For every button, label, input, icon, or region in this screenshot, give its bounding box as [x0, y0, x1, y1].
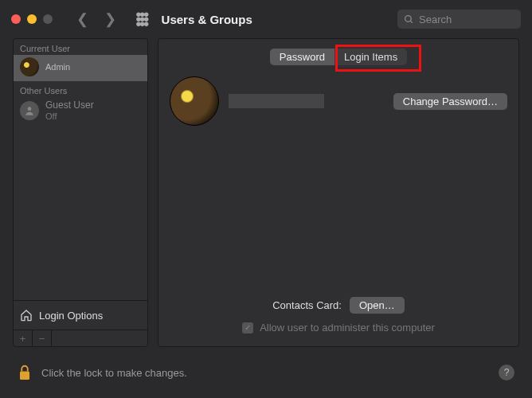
close-window-icon[interactable] — [11, 14, 21, 24]
guest-avatar-icon — [20, 101, 39, 120]
login-options-button[interactable]: Login Options — [14, 300, 147, 330]
tab-login-items[interactable]: Login Items — [334, 49, 407, 65]
forward-button: ❯ — [104, 10, 116, 28]
other-users-label: Other Users — [14, 81, 147, 97]
svg-line-1 — [410, 21, 413, 23]
sidebar-guest-user[interactable]: Guest User Off — [14, 97, 147, 127]
tab-password[interactable]: Password — [270, 49, 334, 65]
contacts-row: Contacts Card: Open… — [170, 297, 507, 314]
search-placeholder: Search — [419, 14, 452, 25]
login-options-label: Login Options — [39, 310, 103, 322]
lock-text: Click the lock to make changes. — [41, 367, 187, 379]
user-header-row: Change Password… — [170, 76, 507, 126]
nav-arrows: ❮ ❯ — [76, 10, 116, 28]
change-password-button[interactable]: Change Password… — [393, 93, 507, 110]
search-icon — [404, 14, 414, 25]
admin-checkbox: ✓ — [242, 322, 253, 334]
lock-icon[interactable] — [18, 364, 32, 381]
svg-rect-3 — [20, 372, 29, 380]
admin-checkbox-row: ✓ Allow user to administer this computer — [170, 322, 507, 334]
user-avatar-large-icon[interactable] — [170, 76, 219, 126]
tabs: Password Login Items — [170, 49, 507, 65]
footer: Click the lock to make changes. ? — [0, 357, 532, 388]
help-button[interactable]: ? — [499, 365, 514, 380]
admin-checkbox-label: Allow user to administer this computer — [260, 322, 435, 334]
svg-point-2 — [28, 107, 32, 111]
current-user-label: Current User — [14, 39, 147, 55]
titlebar: ❮ ❯ ●●●●●●●●● Users & Groups Search — [0, 0, 532, 38]
add-user-button: + — [14, 330, 33, 346]
show-all-icon[interactable]: ●●●●●●●●● — [135, 12, 147, 26]
svg-point-0 — [405, 15, 412, 21]
user-avatar-icon — [20, 57, 39, 76]
search-input[interactable]: Search — [397, 10, 521, 29]
add-remove-bar: + − — [14, 330, 147, 346]
window-title: Users & Groups — [162, 13, 252, 26]
back-button[interactable]: ❮ — [76, 10, 88, 28]
contacts-label: Contacts Card: — [272, 299, 342, 311]
remove-user-button: − — [33, 330, 52, 346]
user-fullname — [229, 94, 324, 108]
house-icon — [20, 309, 33, 322]
open-contacts-button[interactable]: Open… — [350, 297, 405, 314]
guest-status: Off — [45, 111, 57, 121]
user-role: Admin — [45, 62, 70, 72]
window-controls — [11, 14, 53, 24]
zoom-window-icon — [43, 14, 53, 24]
sidebar-current-user[interactable]: Admin — [14, 55, 147, 81]
guest-name: Guest User — [45, 100, 94, 111]
minimize-window-icon[interactable] — [27, 14, 37, 24]
users-sidebar: Current User Admin Other Users Guest Use… — [13, 38, 148, 347]
main-panel: Password Login Items Change Password… Co… — [158, 38, 519, 347]
